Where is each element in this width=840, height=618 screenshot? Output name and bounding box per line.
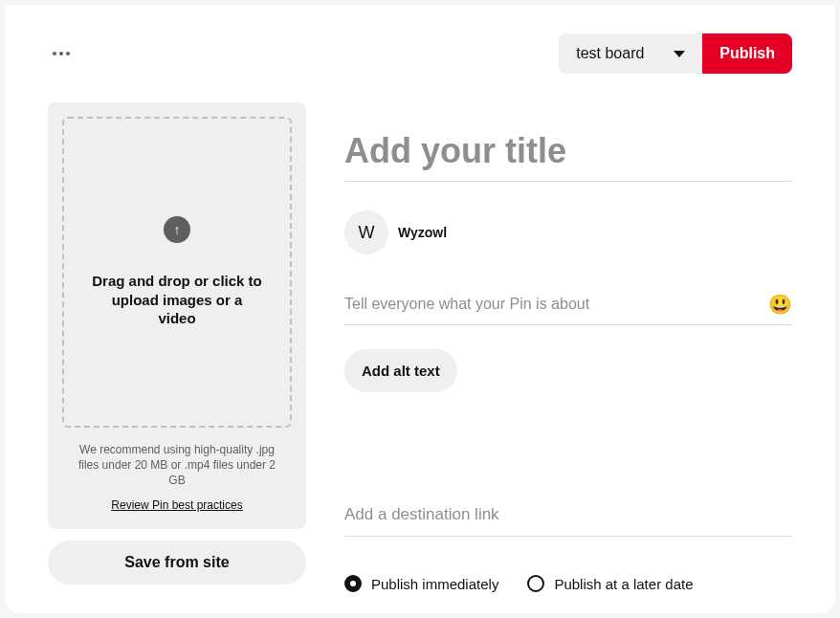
board-selector[interactable]: test board bbox=[559, 33, 702, 74]
title-input[interactable] bbox=[344, 131, 792, 182]
avatar[interactable]: W bbox=[344, 210, 388, 254]
radio-checked-icon bbox=[344, 575, 362, 592]
board-selected-label: test board bbox=[576, 45, 644, 62]
chevron-down-icon bbox=[674, 51, 685, 57]
radio-unchecked-icon bbox=[527, 575, 544, 592]
publish-immediately-label: Publish immediately bbox=[371, 576, 498, 592]
upload-card: ↑ Drag and drop or click to upload image… bbox=[48, 102, 306, 529]
save-from-site-button[interactable]: Save from site bbox=[48, 541, 306, 585]
schedule-options: Publish immediately Publish at a later d… bbox=[344, 575, 792, 592]
description-input[interactable] bbox=[344, 288, 768, 324]
upload-icon: ↑ bbox=[164, 216, 190, 243]
main-content: ↑ Drag and drop or click to upload image… bbox=[48, 102, 792, 592]
drop-zone-text: Drag and drop or click to upload images … bbox=[91, 272, 263, 328]
left-column: ↑ Drag and drop or click to upload image… bbox=[48, 102, 306, 592]
upload-recommendation: We recommend using high-quality .jpg fil… bbox=[62, 442, 292, 489]
right-column: W Wyzowl 😃 Add alt text Publish immediat… bbox=[344, 102, 792, 592]
publish-later-label: Publish at a later date bbox=[554, 576, 693, 592]
add-alt-text-button[interactable]: Add alt text bbox=[344, 349, 457, 392]
destination-link-input[interactable] bbox=[344, 497, 792, 537]
more-options-icon[interactable] bbox=[48, 47, 75, 60]
user-row: W Wyzowl bbox=[344, 210, 792, 254]
publish-immediately-option[interactable]: Publish immediately bbox=[344, 575, 498, 592]
username-label: Wyzowl bbox=[398, 225, 447, 240]
upload-drop-zone[interactable]: ↑ Drag and drop or click to upload image… bbox=[62, 117, 292, 428]
top-right-controls: test board Publish bbox=[559, 33, 792, 74]
emoji-picker-icon[interactable]: 😃 bbox=[768, 293, 792, 320]
top-bar: test board Publish bbox=[48, 33, 792, 74]
pin-builder-container: test board Publish ↑ Drag and drop or cl… bbox=[5, 5, 835, 613]
publish-later-option[interactable]: Publish at a later date bbox=[527, 575, 693, 592]
review-practices-link[interactable]: Review Pin best practices bbox=[62, 498, 292, 512]
description-row: 😃 bbox=[344, 288, 792, 325]
publish-button[interactable]: Publish bbox=[702, 33, 792, 74]
